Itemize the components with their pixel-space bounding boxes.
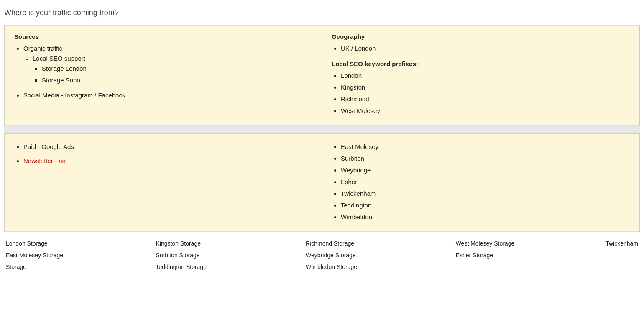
seo-keywords-section: Local SEO keyword prefixes: London Kings… (332, 60, 630, 116)
list-item: Storage London (42, 64, 312, 74)
footer-link: Storage (6, 262, 156, 272)
list-item: London (341, 71, 630, 81)
footer-link: Weybridge Storage (306, 251, 456, 261)
footer-link: London Storage (6, 239, 156, 249)
geography-cell: Geography UK / London Local SEO keyword … (322, 25, 639, 126)
list-item: UK / London (341, 44, 630, 54)
list-item: Paid - Google Ads (23, 142, 312, 152)
list-item: Storage Soho (42, 75, 312, 85)
list-item: East Molesey (341, 142, 630, 152)
sources-list: Organic traffic Local SEO support Storag… (14, 44, 312, 100)
geography-heading: Geography (332, 33, 630, 40)
list-item: Twickenham (341, 189, 630, 199)
page-title: Where is your traffic coming from? (4, 8, 640, 17)
bottom-grid: Paid - Google Ads Newsletter - no East M… (4, 133, 640, 232)
footer-link: Teddington Storage (156, 262, 306, 272)
seo-items-list: London Kingston Richmond West Molesey (332, 71, 630, 116)
bottom-right-list: East Molesey Surbiton Weybridge Esher Tw… (332, 142, 630, 222)
list-item: Local SEO support Storage London Storage… (33, 54, 312, 85)
list-item: Wimbeldon (341, 212, 630, 222)
sources-heading: Sources (14, 33, 312, 40)
top-grid: Sources Organic traffic Local SEO suppor… (4, 25, 640, 126)
footer-col-3: Richmond Storage Weybridge Storage Wimbl… (306, 239, 456, 272)
seo-keywords-heading: Local SEO keyword prefixes: (332, 60, 630, 67)
footer-col-5: Twickenham (606, 239, 638, 272)
newsletter-item: Newsletter - no (23, 156, 312, 166)
footer-link: Esher Storage (456, 251, 606, 261)
list-item: Organic traffic Local SEO support Storag… (23, 44, 312, 85)
list-item: Teddington (341, 200, 630, 210)
footer-link: West Molesey Storage (456, 239, 606, 249)
geo-list: UK / London (332, 44, 630, 54)
list-item: Weybridge (341, 165, 630, 175)
footer-col-1: London Storage East Molesey Storage Stor… (6, 239, 156, 272)
sources-cell: Sources Organic traffic Local SEO suppor… (5, 25, 322, 126)
footer-link: East Molesey Storage (6, 251, 156, 261)
footer-link: Kingston Storage (156, 239, 306, 249)
newsletter-label: Newsletter - no (23, 157, 66, 164)
footer-links: London Storage East Molesey Storage Stor… (4, 239, 640, 272)
list-item: Kingston (341, 82, 630, 92)
bottom-left-cell: Paid - Google Ads Newsletter - no (5, 134, 322, 232)
footer-col-2: Kingston Storage Surbiton Storage Teddin… (156, 239, 306, 272)
list-item: Esher (341, 177, 630, 187)
footer-link: Surbiton Storage (156, 251, 306, 261)
footer-link: Wimbledon Storage (306, 262, 456, 272)
list-item: Richmond (341, 94, 630, 104)
bottom-left-list: Paid - Google Ads Newsletter - no (14, 142, 312, 166)
section-divider (4, 126, 640, 133)
list-item: West Molesey (341, 106, 630, 116)
footer-link: Twickenham (606, 239, 638, 249)
footer-col-4: West Molesey Storage Esher Storage (456, 239, 606, 272)
bottom-right-cell: East Molesey Surbiton Weybridge Esher Tw… (322, 134, 639, 232)
list-item: Social Media - Instagram / Facebook (23, 90, 312, 100)
footer-link: Richmond Storage (306, 239, 456, 249)
list-item: Surbiton (341, 154, 630, 164)
